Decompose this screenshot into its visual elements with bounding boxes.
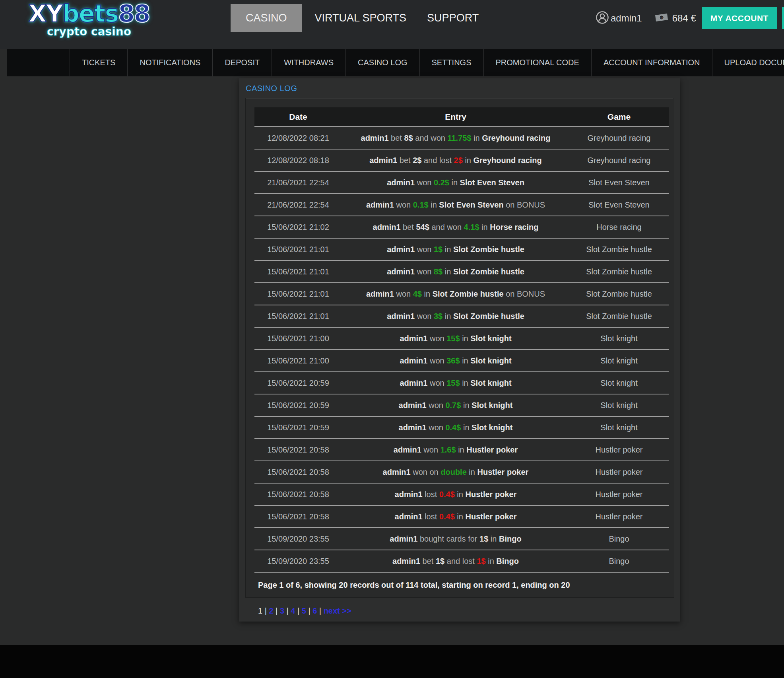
entry-cell: admin1 won 1$ in Slot Zombie hustle	[342, 238, 569, 260]
entry-segment: 0.4$	[439, 490, 455, 499]
entry-segment: in	[442, 267, 453, 276]
brand-logo[interactable]: XYbets88 crypto casino	[17, 2, 161, 37]
game-cell: Slot knight	[569, 350, 669, 372]
date-cell: 15/06/2021 20:58	[254, 461, 342, 483]
entry-segment: Hustler poker	[465, 490, 516, 499]
entry-segment: bought cards for	[417, 534, 479, 543]
entry-segment: Horse racing	[490, 223, 538, 231]
page-separator: |	[262, 606, 269, 615]
sidebar-item-casino-log[interactable]: CASINO LOG	[345, 49, 419, 76]
entry-cell: admin1 won 0.1$ in Slot Even Steven on B…	[342, 194, 569, 216]
sidebar-item-upload-documents[interactable]: UPLOAD DOCUMENTS	[712, 49, 784, 76]
entry-segment: admin1	[369, 156, 397, 165]
date-cell: 21/06/2021 22:54	[254, 194, 342, 216]
date-cell: 15/06/2021 21:01	[254, 238, 342, 260]
pagination: 1 | 2 | 3 | 4 | 5 | 6 | next >>	[258, 606, 673, 616]
entry-segment: 1$	[436, 557, 444, 565]
brand-tagline: crypto casino	[17, 26, 161, 37]
page-link-5[interactable]: 5	[302, 606, 306, 615]
table-row: 21/06/2021 22:54admin1 won 0.1$ in Slot …	[254, 194, 669, 216]
sidebar-item-settings[interactable]: SETTINGS	[419, 49, 483, 76]
entry-segment: 15$	[446, 334, 460, 343]
page-separator: |	[295, 606, 301, 615]
table-row: 21/06/2021 22:54admin1 won 0.2$ in Slot …	[254, 171, 669, 194]
page-link-4[interactable]: 4	[291, 606, 295, 615]
sidebar-item-deposit[interactable]: DEPOSIT	[212, 49, 272, 76]
entry-cell: admin1 bought cards for 1$ in Bingo	[342, 528, 569, 550]
entry-segment: bet	[397, 156, 413, 165]
date-cell: 15/06/2021 21:01	[254, 305, 342, 327]
entry-cell: admin1 lost 0.4$ in Hustler poker	[342, 483, 569, 505]
entry-segment: Hustler poker	[465, 512, 516, 521]
entry-segment: admin1	[394, 445, 421, 454]
entry-cell: admin1 lost 0.4$ in Hustler poker	[342, 505, 569, 528]
entry-segment: 54$	[416, 223, 429, 231]
sidebar-item-account-information[interactable]: ACCOUNT INFORMATION	[591, 49, 712, 76]
brand-logo-88: 88	[118, 0, 150, 27]
sidebar-item-tickets[interactable]: TICKETS	[70, 49, 127, 76]
username-label: admin1	[611, 13, 642, 24]
entry-segment: admin1	[361, 134, 389, 142]
next-page-link[interactable]: next >>	[324, 606, 351, 615]
game-cell: Slot Even Steven	[569, 171, 669, 194]
cash-icon: 0	[654, 12, 669, 24]
entry-segment: on BONUS	[504, 200, 545, 209]
entry-segment: Slot Zombie hustle	[453, 312, 524, 321]
entry-segment: 2$	[413, 156, 421, 165]
entry-segment: in	[442, 245, 453, 254]
entry-segment: in	[472, 134, 482, 142]
entry-segment: won	[427, 423, 446, 432]
entry-segment: Slot knight	[470, 356, 511, 365]
sidebar-item-promotional-code[interactable]: PROMOTIONAL CODE	[483, 49, 591, 76]
game-cell: Slot Even Steven	[569, 194, 669, 216]
entry-segment: and lost	[444, 557, 477, 565]
entry-segment: admin1	[366, 289, 394, 298]
entry-segment: admin1	[395, 512, 423, 521]
page-separator: |	[317, 606, 323, 615]
entry-segment: Slot knight	[472, 423, 512, 432]
entry-segment: 15$	[446, 379, 460, 387]
entry-segment: admin1	[400, 356, 427, 365]
entry-segment: in	[467, 468, 477, 476]
entry-segment: 1.6$	[441, 445, 456, 454]
entry-segment: bet	[401, 223, 416, 231]
entry-segment: admin1	[366, 200, 394, 209]
entry-segment: 0.2$	[434, 178, 449, 187]
my-account-button[interactable]: MY ACCOUNT	[702, 7, 777, 29]
entry-cell: admin1 won 4$ in Slot Zombie hustle on B…	[342, 283, 569, 305]
entry-segment: Bingo	[499, 534, 522, 543]
entry-segment: won	[427, 401, 446, 410]
entry-segment: in	[449, 178, 460, 187]
game-cell: Bingo	[569, 528, 669, 550]
sidebar-item-notifications[interactable]: NOTIFICATIONS	[127, 49, 212, 76]
page-link-6[interactable]: 6	[312, 606, 317, 615]
entry-segment: 3$	[434, 312, 442, 321]
date-cell: 15/06/2021 20:59	[254, 372, 342, 394]
entry-segment: in	[479, 223, 490, 231]
entry-segment: bet	[389, 134, 404, 142]
entry-segment: Slot Zombie hustle	[453, 245, 524, 254]
entry-segment: in	[488, 534, 499, 543]
page-link-3[interactable]: 3	[280, 606, 284, 615]
table-row: 15/06/2021 20:58admin1 won 1.6$ in Hustl…	[254, 439, 669, 461]
date-cell: 15/06/2021 20:59	[254, 416, 342, 439]
entry-segment: Slot Zombie hustle	[433, 289, 504, 298]
entry-segment: in	[455, 490, 466, 499]
entry-segment: in	[460, 334, 471, 343]
user-bar: admin1 0 684 € MY ACCOUNT LOGOUT	[596, 7, 784, 29]
entry-segment: 0.4$	[445, 423, 461, 432]
page-link-2[interactable]: 2	[269, 606, 273, 615]
sidebar-item-withdraws[interactable]: WITHDRAWS	[272, 49, 345, 76]
date-cell: 15/09/2020 23:55	[254, 528, 342, 550]
tab-casino[interactable]: CASINO	[231, 4, 302, 32]
entry-segment: in	[463, 156, 474, 165]
entry-segment: admin1	[399, 401, 427, 410]
logout-button[interactable]: LOGOUT	[782, 7, 784, 29]
game-cell: Horse racing	[569, 216, 669, 238]
entry-cell: admin1 won 36$ in Slot knight	[342, 350, 569, 372]
tab-support[interactable]: SUPPORT	[417, 4, 489, 32]
tab-virtual-sports[interactable]: VIRTUAL SPORTS	[305, 4, 417, 32]
game-cell: Slot Zombie hustle	[569, 283, 669, 305]
table-row: 15/09/2020 23:55admin1 bet 1$ and lost 1…	[254, 550, 669, 572]
entry-segment: and lost	[421, 156, 454, 165]
